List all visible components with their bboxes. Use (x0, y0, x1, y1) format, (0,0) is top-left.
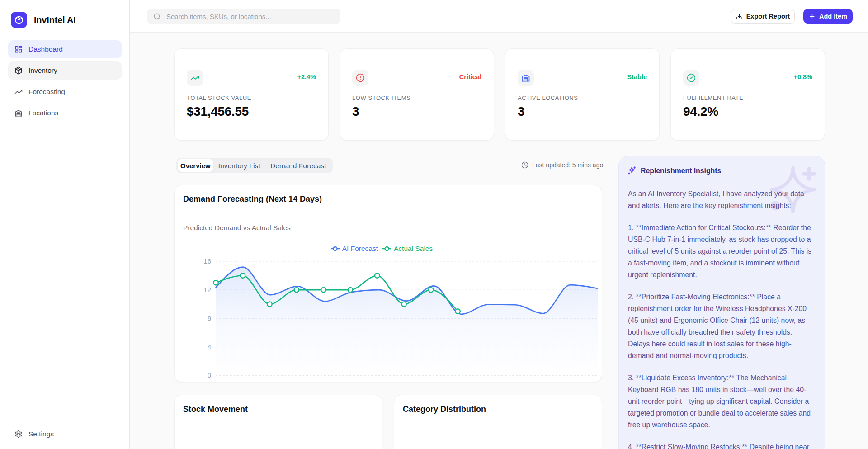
svg-text:8: 8 (208, 314, 211, 322)
svg-text:12: 12 (203, 286, 211, 293)
svg-text:16: 16 (203, 257, 211, 265)
svg-text:0: 0 (208, 371, 211, 379)
svg-text:4: 4 (208, 343, 211, 350)
